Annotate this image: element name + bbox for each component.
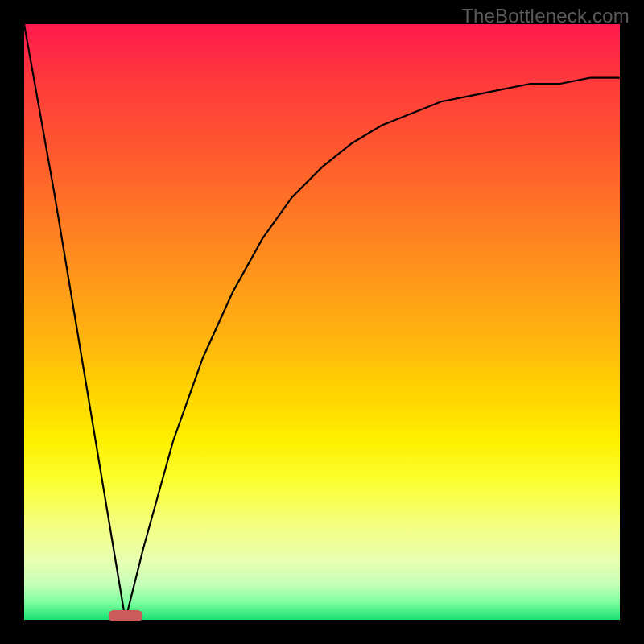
chart-frame: TheBottleneck.com: [0, 0, 644, 644]
plot-area: [24, 24, 620, 620]
curve-path: [24, 24, 620, 620]
min-marker: [109, 610, 142, 621]
bottleneck-curve: [24, 24, 620, 620]
